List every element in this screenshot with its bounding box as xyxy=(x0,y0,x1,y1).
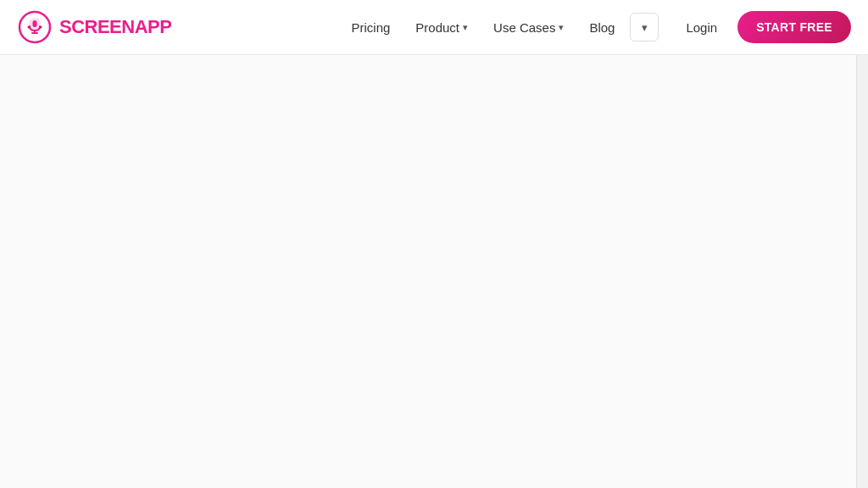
nav-blog[interactable]: Blog xyxy=(579,14,625,42)
logo-icon xyxy=(17,9,53,45)
nav-more-button[interactable]: ▾ xyxy=(630,13,659,42)
use-cases-chevron-icon: ▾ xyxy=(559,22,564,33)
product-chevron-icon: ▾ xyxy=(463,22,468,33)
nav-use-cases[interactable]: Use Cases ▾ xyxy=(483,14,574,42)
logo[interactable]: SCREENAPP xyxy=(17,9,171,45)
svg-rect-2 xyxy=(33,20,37,27)
logo-text: SCREENAPP xyxy=(59,16,171,38)
svg-point-6 xyxy=(40,26,42,29)
scrollbar-track xyxy=(856,0,868,488)
svg-point-5 xyxy=(28,26,31,29)
main-content xyxy=(0,55,868,488)
nav-pricing[interactable]: Pricing xyxy=(341,14,400,42)
navbar: SCREENAPP Pricing Product ▾ Use Cases ▾ … xyxy=(0,0,868,55)
chevron-down-icon: ▾ xyxy=(642,21,648,34)
nav-links: Pricing Product ▾ Use Cases ▾ Blog ▾ xyxy=(341,13,659,42)
login-button[interactable]: Login xyxy=(676,14,727,42)
start-free-button[interactable]: START FREE xyxy=(737,11,851,43)
nav-actions: Login START FREE xyxy=(676,11,851,43)
nav-product[interactable]: Product ▾ xyxy=(405,14,478,42)
